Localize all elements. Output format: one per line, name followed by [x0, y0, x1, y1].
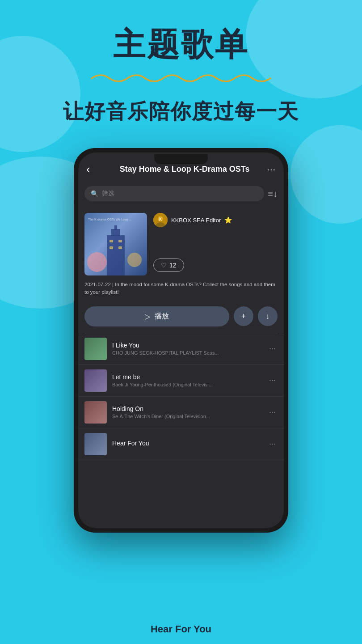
editor-avatar: K [153, 213, 168, 227]
song-subtitle: Baek Ji Young-Penthouse3 (Original Telev… [112, 382, 262, 387]
screen-title: Stay Home & Loop K-Drama OSTs [102, 165, 267, 174]
wavy-decoration [87, 70, 275, 83]
svg-point-3 [87, 252, 107, 272]
search-bar[interactable]: 🔍 筛选 [84, 186, 264, 201]
song-thumbnail [84, 401, 107, 424]
like-button[interactable]: ♡ 12 [153, 258, 184, 272]
phone-screen: ‹ Stay Home & Loop K-Drama OSTs ··· 🔍 筛选… [78, 153, 284, 528]
subtitle: 让好音乐陪你度过每一天 [0, 98, 362, 126]
song-info: Holding On Se.A-The Witch's Diner (Origi… [112, 405, 262, 419]
main-title: 主题歌单 [0, 27, 362, 62]
action-row: ▷ 播放 + ↓ [78, 302, 284, 333]
phone-notch [154, 154, 208, 164]
play-button[interactable]: ▷ 播放 [84, 306, 229, 326]
search-icon: 🔍 [91, 190, 98, 197]
song-thumbnail [84, 369, 107, 392]
heart-icon: ♡ [161, 262, 167, 269]
description-text: 2021-07-22 | In the mood for some K-dram… [84, 281, 278, 297]
play-label: 播放 [155, 312, 169, 321]
sort-icon[interactable]: ≡↓ [268, 189, 278, 199]
song-info: Let me be Baek Ji Young-Penthouse3 (Orig… [112, 373, 262, 387]
more-button[interactable]: ··· [267, 164, 276, 174]
svg-rect-6 [118, 240, 122, 242]
add-button[interactable]: + [234, 306, 253, 326]
svg-text:K: K [159, 217, 162, 222]
svg-rect-5 [109, 240, 113, 242]
play-icon: ▷ [145, 312, 150, 321]
search-row: 🔍 筛选 ≡↓ [78, 182, 284, 207]
star-icon: ⭐ [224, 216, 232, 224]
song-item[interactable]: Let me be Baek Ji Young-Penthouse3 (Orig… [78, 365, 284, 397]
song-info: Hear For You [112, 440, 262, 448]
download-button[interactable]: ↓ [258, 306, 278, 326]
song-thumbnail [84, 338, 107, 360]
svg-rect-7 [109, 246, 113, 249]
song-title: Holding On [112, 405, 262, 412]
album-art: The K-drama OSTs We Love ... [84, 213, 147, 275]
song-more-button[interactable]: ··· [267, 342, 278, 355]
back-button[interactable]: ‹ [86, 162, 102, 176]
editor-name: KKBOX SEA Editor [171, 217, 221, 224]
like-count: 12 [169, 262, 177, 269]
song-item[interactable]: I Like You CHO JUNG SEOK-HOSPITAL PLAYLI… [78, 333, 284, 365]
song-item[interactable]: Holding On Se.A-The Witch's Diner (Origi… [78, 397, 284, 428]
song-subtitle: Se.A-The Witch's Diner (Original Televis… [112, 414, 262, 419]
svg-rect-1 [111, 229, 120, 236]
svg-point-4 [127, 253, 142, 267]
song-info: I Like You CHO JUNG SEOK-HOSPITAL PLAYLI… [112, 342, 262, 356]
bottom-section: Hear For You [0, 623, 362, 644]
album-info: K KKBOX SEA Editor ⭐ ♡ 12 [153, 213, 278, 275]
phone-mockup: ‹ Stay Home & Loop K-Drama OSTs ··· 🔍 筛选… [0, 148, 362, 533]
hear-for-you-label: Hear For You [0, 623, 362, 635]
search-placeholder: 筛选 [102, 190, 114, 198]
phone-device: ‹ Stay Home & Loop K-Drama OSTs ··· 🔍 筛选… [74, 148, 288, 533]
song-more-button[interactable]: ··· [267, 374, 278, 387]
editor-row: K KKBOX SEA Editor ⭐ [153, 213, 278, 227]
song-more-button[interactable]: ··· [267, 437, 278, 450]
album-section: The K-drama OSTs We Love ... [78, 207, 284, 275]
svg-rect-2 [114, 225, 117, 230]
song-subtitle: CHO JUNG SEOK-HOSPITAL PLAYLIST Seas... [112, 350, 262, 356]
song-more-button[interactable]: ··· [267, 406, 278, 419]
song-thumbnail [84, 433, 107, 455]
page-title-section: 主题歌单 让好音乐陪你度过每一天 [0, 0, 362, 126]
song-title: Let me be [112, 373, 262, 381]
song-title: Hear For You [112, 440, 262, 447]
song-list: I Like You CHO JUNG SEOK-HOSPITAL PLAYLI… [78, 333, 284, 529]
description-section: 2021-07-22 | In the mood for some K-dram… [78, 275, 284, 302]
song-item[interactable]: Hear For You ··· [78, 428, 284, 460]
svg-rect-8 [118, 246, 122, 249]
song-title: I Like You [112, 342, 262, 349]
